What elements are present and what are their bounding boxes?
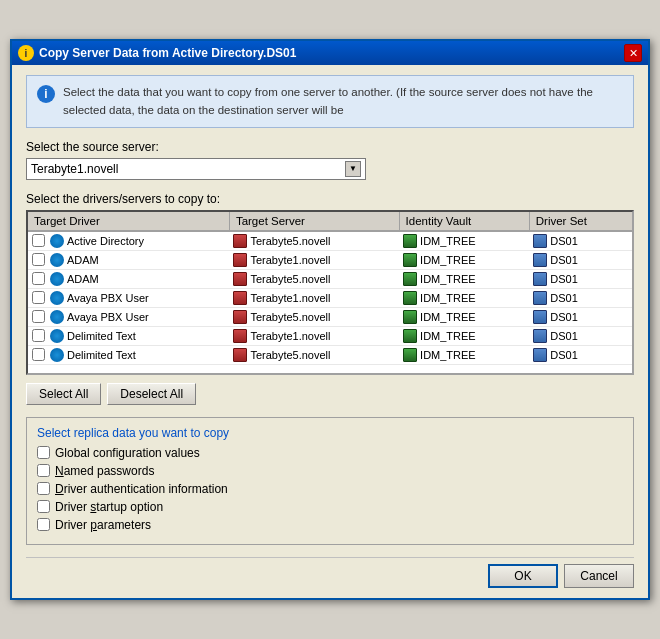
replica-section: Select replica data you want to copy Glo… (26, 417, 634, 545)
cell-dset-2: DS01 (529, 269, 632, 288)
ok-button[interactable]: OK (488, 564, 558, 588)
vault-name-1: IDM_TREE (420, 254, 476, 266)
server-name-2: Terabyte5.novell (250, 273, 330, 285)
driver-icon-1 (50, 253, 64, 267)
cell-vault-3: IDM_TREE (399, 288, 529, 307)
table-row: Delimited TextTerabyte5.novellIDM_TREEDS… (28, 345, 632, 364)
server-icon-2 (233, 272, 247, 286)
dset-icon-6 (533, 348, 547, 362)
row-checkbox-2[interactable] (32, 272, 45, 285)
row-checkbox-0[interactable] (32, 234, 45, 247)
cell-vault-4: IDM_TREE (399, 307, 529, 326)
window-icon: i (18, 45, 34, 61)
col-target-server: Target Server (229, 212, 399, 231)
replica-checkbox-0[interactable] (37, 446, 50, 459)
cancel-button[interactable]: Cancel (564, 564, 634, 588)
replica-label-2: Driver authentication information (55, 482, 228, 496)
dset-name-6: DS01 (550, 349, 578, 361)
table-section: Select the drivers/servers to copy to: T… (26, 192, 634, 375)
close-button[interactable]: ✕ (624, 44, 642, 62)
table-inner[interactable]: Target Driver Target Server Identity Vau… (28, 212, 632, 373)
cell-vault-6: IDM_TREE (399, 345, 529, 364)
cell-server-1: Terabyte1.novell (229, 250, 399, 269)
driver-name-3: Avaya PBX User (67, 292, 149, 304)
vault-icon-6 (403, 348, 417, 362)
row-checkbox-6[interactable] (32, 348, 45, 361)
info-box: i Select the data that you want to copy … (26, 75, 634, 128)
cell-vault-5: IDM_TREE (399, 326, 529, 345)
cell-driver-3: Avaya PBX User (28, 288, 229, 307)
table-label: Select the drivers/servers to copy to: (26, 192, 634, 206)
source-server-section: Select the source server: Terabyte1.nove… (26, 140, 634, 180)
row-checkbox-3[interactable] (32, 291, 45, 304)
server-name-5: Terabyte1.novell (250, 330, 330, 342)
cell-vault-0: IDM_TREE (399, 231, 529, 251)
dset-icon-4 (533, 310, 547, 324)
replica-checkbox-2[interactable] (37, 482, 50, 495)
server-icon-4 (233, 310, 247, 324)
server-icon-6 (233, 348, 247, 362)
driver-icon-2 (50, 272, 64, 286)
driver-name-5: Delimited Text (67, 330, 136, 342)
col-identity-vault: Identity Vault (399, 212, 529, 231)
table-body: Active DirectoryTerabyte5.novellIDM_TREE… (28, 231, 632, 365)
dset-icon-0 (533, 234, 547, 248)
vault-icon-4 (403, 310, 417, 324)
driver-icon-0 (50, 234, 64, 248)
server-name-4: Terabyte5.novell (250, 311, 330, 323)
server-icon-5 (233, 329, 247, 343)
vault-name-6: IDM_TREE (420, 349, 476, 361)
deselect-all-button[interactable]: Deselect All (107, 383, 196, 405)
dset-icon-3 (533, 291, 547, 305)
dset-icon-2 (533, 272, 547, 286)
replica-option-2: Driver authentication information (37, 482, 623, 496)
replica-checkbox-4[interactable] (37, 518, 50, 531)
drivers-table: Target Driver Target Server Identity Vau… (28, 212, 632, 365)
dset-icon-5 (533, 329, 547, 343)
cell-vault-2: IDM_TREE (399, 269, 529, 288)
source-server-label: Select the source server: (26, 140, 634, 154)
replica-label-3: Driver startup option (55, 500, 163, 514)
dset-name-1: DS01 (550, 254, 578, 266)
server-icon-0 (233, 234, 247, 248)
window-body: i Select the data that you want to copy … (12, 65, 648, 598)
replica-checkbox-1[interactable] (37, 464, 50, 477)
cell-dset-0: DS01 (529, 231, 632, 251)
cell-driver-6: Delimited Text (28, 345, 229, 364)
drivers-table-wrapper: Target Driver Target Server Identity Vau… (26, 210, 634, 375)
row-checkbox-1[interactable] (32, 253, 45, 266)
server-icon-1 (233, 253, 247, 267)
info-icon: i (37, 85, 55, 103)
dset-name-2: DS01 (550, 273, 578, 285)
driver-icon-5 (50, 329, 64, 343)
replica-checkbox-3[interactable] (37, 500, 50, 513)
footer: OK Cancel (26, 557, 634, 588)
cell-driver-5: Delimited Text (28, 326, 229, 345)
vault-name-2: IDM_TREE (420, 273, 476, 285)
cell-dset-4: DS01 (529, 307, 632, 326)
cell-server-2: Terabyte5.novell (229, 269, 399, 288)
row-checkbox-4[interactable] (32, 310, 45, 323)
replica-option-0: Global configuration values (37, 446, 623, 460)
vault-icon-0 (403, 234, 417, 248)
server-name-1: Terabyte1.novell (250, 254, 330, 266)
source-server-dropdown[interactable]: Terabyte1.novell ▼ (26, 158, 366, 180)
cell-server-6: Terabyte5.novell (229, 345, 399, 364)
row-checkbox-5[interactable] (32, 329, 45, 342)
table-row: Delimited TextTerabyte1.novellIDM_TREEDS… (28, 326, 632, 345)
cell-dset-6: DS01 (529, 345, 632, 364)
table-row: Avaya PBX UserTerabyte1.novellIDM_TREEDS… (28, 288, 632, 307)
vault-icon-3 (403, 291, 417, 305)
table-row: ADAMTerabyte5.novellIDM_TREEDS01 (28, 269, 632, 288)
replica-label-4: Driver parameters (55, 518, 151, 532)
cell-driver-4: Avaya PBX User (28, 307, 229, 326)
replica-title: Select replica data you want to copy (37, 426, 623, 440)
vault-icon-2 (403, 272, 417, 286)
replica-option-3: Driver startup option (37, 500, 623, 514)
driver-name-4: Avaya PBX User (67, 311, 149, 323)
source-server-value: Terabyte1.novell (31, 162, 118, 176)
dset-icon-1 (533, 253, 547, 267)
cell-driver-1: ADAM (28, 250, 229, 269)
select-all-button[interactable]: Select All (26, 383, 101, 405)
dropdown-arrow-icon[interactable]: ▼ (345, 161, 361, 177)
